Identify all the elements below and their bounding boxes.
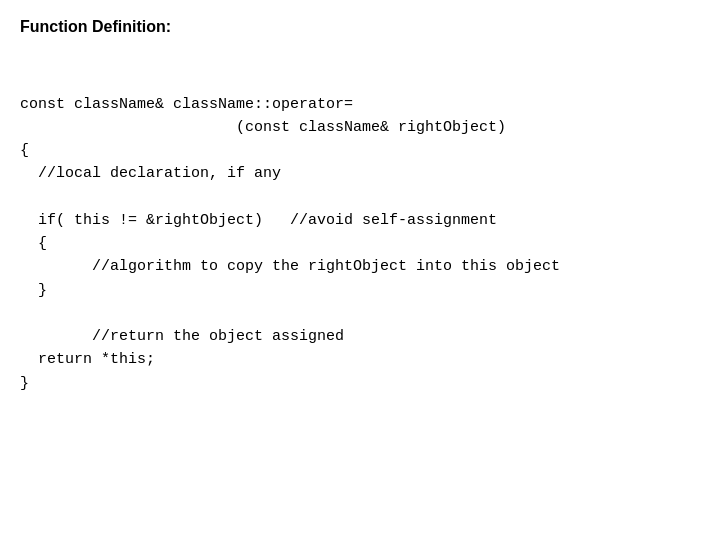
code-line: { bbox=[20, 232, 700, 255]
code-line: //algorithm to copy the rightObject into… bbox=[20, 255, 700, 278]
code-line: if( this != &rightObject) //avoid self-a… bbox=[20, 209, 700, 232]
code-line: } bbox=[20, 279, 700, 302]
section-heading: Function Definition: bbox=[20, 18, 700, 36]
code-line bbox=[20, 186, 700, 209]
code-line bbox=[20, 302, 700, 325]
code-line: return *this; bbox=[20, 348, 700, 371]
code-line: //return the object assigned bbox=[20, 325, 700, 348]
code-line: (const className& rightObject) bbox=[20, 116, 700, 139]
code-line: } bbox=[20, 372, 700, 395]
page-container: Function Definition: const className& cl… bbox=[20, 18, 700, 395]
code-line: { bbox=[20, 139, 700, 162]
code-line: const className& className::operator= bbox=[20, 93, 700, 116]
code-line: //local declaration, if any bbox=[20, 162, 700, 185]
code-block: const className& className::operator= (c… bbox=[20, 46, 700, 395]
